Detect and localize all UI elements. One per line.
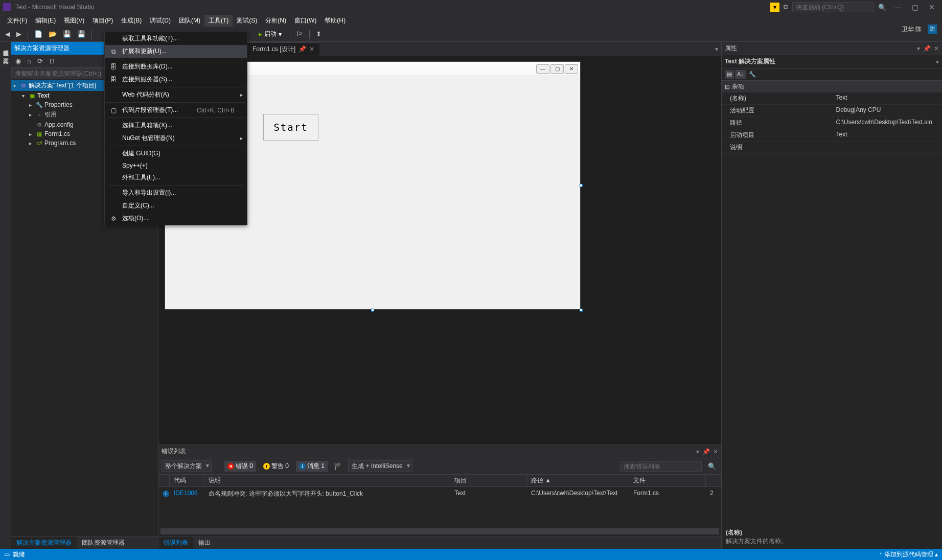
tab-output[interactable]: 输出 (193, 537, 216, 549)
title-bar: Text - Microsoft Visual Studio ▾ ⧉ 🔍 — ▢… (0, 0, 942, 14)
resize-handle-icon[interactable] (580, 309, 583, 312)
form-start-button[interactable]: Start (263, 114, 318, 141)
menu-choose-toolbox[interactable]: 选择工具箱项(X)... (105, 119, 247, 132)
quick-launch-input[interactable] (792, 2, 874, 12)
prop-row-desc[interactable]: 说明 (722, 142, 942, 154)
prop-row-name[interactable]: (名称)Text (722, 92, 942, 105)
status-icon: ▭ (4, 551, 10, 558)
user-name[interactable]: 卫华 陈 (902, 25, 922, 34)
menu-connect-db[interactable]: 🗄连接到数据库(D)... (105, 60, 247, 73)
filter-warnings-button[interactable]: !警告 0 (260, 461, 292, 472)
property-pages-icon[interactable]: 🔧 (747, 70, 758, 79)
error-code-link[interactable]: IDE1006 (170, 488, 204, 499)
menu-analyze[interactable]: 分析(N) (261, 15, 290, 27)
panel-pin-icon[interactable]: 📌 (923, 45, 931, 52)
sol-back-icon[interactable]: ◉ (13, 56, 23, 66)
menu-help[interactable]: 帮助(H) (320, 15, 350, 27)
tab-team-explorer[interactable]: 团队资源管理器 (77, 537, 130, 549)
notification-icon[interactable]: ▾ (770, 3, 779, 12)
status-ready: 就绪 (13, 550, 25, 559)
close-tab-icon[interactable]: ✕ (309, 45, 314, 53)
menu-external-tools[interactable]: 外部工具(E)... (105, 171, 247, 184)
search-icon[interactable]: 🔍 (706, 461, 718, 471)
feedback-icon[interactable]: ⧉ (782, 2, 790, 12)
menu-nuget[interactable]: NuGet 包管理器(N) (105, 132, 247, 145)
build-intellisense-combo[interactable]: 生成 + IntelliSense (348, 460, 412, 472)
toolbox-tab[interactable]: 工具箱 (0, 50, 11, 58)
prop-row-activecfg[interactable]: 活动配置Debug|Any CPU (722, 105, 942, 117)
user-flag-icon[interactable]: 陈 (928, 25, 937, 34)
sol-home-icon[interactable]: ⌂ (25, 56, 33, 66)
prop-row-startup[interactable]: 启动项目Text (722, 129, 942, 142)
close-button[interactable]: ✕ (925, 3, 939, 11)
menu-test[interactable]: 测试(S) (233, 15, 261, 27)
nav-fwd-button[interactable]: ▶ (14, 29, 24, 39)
tabs-dropdown-icon[interactable]: ▾ (715, 45, 718, 53)
sol-showall-icon[interactable]: 🗋 (47, 56, 58, 66)
menu-tools[interactable]: 工具(T) (204, 15, 233, 27)
menu-file[interactable]: 文件(F) (3, 15, 31, 27)
save-all-button[interactable]: 💾 (75, 29, 87, 39)
add-source-control-button[interactable]: ↑ 添加到源代码管理 ▴ (879, 550, 938, 559)
menu-create-guid[interactable]: 创建 GUID(G) (105, 147, 247, 160)
filter-errors-button[interactable]: ✕错误 0 (224, 461, 256, 472)
minimize-button[interactable]: — (890, 3, 906, 11)
nav-back-button[interactable]: ◀ (3, 29, 12, 39)
error-scope-combo[interactable]: 整个解决方案 (162, 460, 212, 472)
menu-project[interactable]: 项目(P) (88, 15, 117, 27)
save-button[interactable]: 💾 (61, 29, 73, 39)
menu-edit[interactable]: 编辑(E) (31, 15, 60, 27)
panel-dropdown-icon[interactable]: ▾ (917, 45, 920, 52)
menu-customize[interactable]: 自定义(C)... (105, 199, 247, 212)
col-path[interactable]: 路径 ▲ (527, 475, 629, 486)
property-object-selector[interactable]: Text 解决方案属性 ▾ (722, 55, 942, 68)
horizontal-scrollbar[interactable] (160, 528, 719, 534)
col-desc[interactable]: 说明 (204, 475, 450, 486)
error-row[interactable]: i IDE1006 命名规则冲突: 这些字必须以大写字符开头: button1_… (158, 487, 721, 501)
search-icon[interactable]: 🔍 (876, 3, 888, 12)
server-explorer-tab[interactable]: 服务器资源管理器 (0, 42, 11, 50)
menu-options[interactable]: ⚙选项(O)... (105, 212, 247, 225)
menu-get-tools[interactable]: 获取工具和功能(T)... (105, 32, 247, 45)
menu-build[interactable]: 生成(B) (117, 15, 146, 27)
open-button[interactable]: 📂 (47, 29, 59, 39)
pin-icon[interactable]: 📌 (298, 45, 306, 53)
col-file[interactable]: 文件 (629, 475, 706, 486)
start-debug-button[interactable]: 启动 ▾ (255, 29, 286, 39)
categorized-icon[interactable]: ▤ (725, 70, 734, 79)
maximize-button[interactable]: ▢ (908, 3, 923, 11)
col-project[interactable]: 项目 (450, 475, 527, 486)
panel-dropdown-icon[interactable]: ▾ (696, 448, 699, 455)
menu-extensions[interactable]: ⧉扩展和更新(U)... (105, 45, 247, 58)
menu-team[interactable]: 团队(M) (175, 15, 204, 27)
col-code[interactable]: 代码 (170, 475, 204, 486)
prop-category-misc[interactable]: ⊟杂项 (722, 81, 942, 92)
form-min-icon: — (536, 64, 549, 74)
filter-icon[interactable]: 🏴 (332, 461, 344, 471)
panel-close-icon[interactable]: ✕ (713, 448, 718, 455)
tab-solution-explorer[interactable]: 解决方案资源管理器 (11, 537, 77, 549)
menu-window[interactable]: 窗口(W) (290, 15, 320, 27)
panel-pin-icon[interactable]: 📌 (702, 448, 710, 455)
align-icon[interactable]: ⬍ (314, 29, 324, 39)
status-bar: ▭就绪 ↑ 添加到源代码管理 ▴ (0, 549, 942, 560)
alphabetical-icon[interactable]: A↓ (735, 70, 746, 79)
panel-close-icon[interactable]: ✕ (934, 45, 939, 52)
menu-debug[interactable]: 调试(D) (146, 15, 175, 27)
tab-errorlist[interactable]: 错误列表 (158, 537, 193, 549)
sol-sync-icon[interactable]: ⟳ (35, 56, 45, 66)
menu-import-export[interactable]: 导入和导出设置(I)... (105, 186, 247, 199)
prop-row-path[interactable]: 路径C:\Users\cwh\Desktop\Text\Text.sln (722, 117, 942, 129)
resize-handle-icon[interactable] (580, 184, 583, 187)
menu-snippet-manager[interactable]: ▢代码片段管理器(T)...Ctrl+K, Ctrl+B (105, 104, 247, 116)
doc-tab-form1[interactable]: Form1.cs [设计] 📌 ✕ (247, 42, 319, 56)
menu-view[interactable]: 视图(V) (60, 15, 88, 27)
error-search-input[interactable] (620, 461, 702, 472)
menu-connect-server[interactable]: 🗄连接到服务器(S)... (105, 73, 247, 86)
menu-spypp[interactable]: Spy++(+) (105, 160, 247, 171)
new-project-button[interactable]: 📄 (32, 29, 44, 39)
menu-web-analysis[interactable]: Web 代码分析(A) (105, 88, 247, 101)
resize-handle-icon[interactable] (371, 309, 374, 312)
filter-messages-button[interactable]: i消息 1 (296, 461, 328, 472)
toolbar-icon[interactable]: 🏳 (294, 29, 305, 39)
